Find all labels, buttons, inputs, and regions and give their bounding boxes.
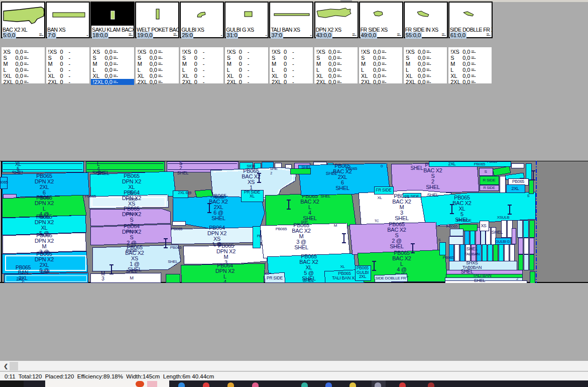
svg-text:2XL: 2XL xyxy=(448,161,455,166)
svg-text:XL: XL xyxy=(340,264,345,269)
svg-text:M: M xyxy=(334,223,337,228)
svg-text:PB065: PB065 xyxy=(171,227,183,231)
svg-text:PB065: PB065 xyxy=(39,215,50,220)
svg-text:FR SIDE: FR SIDE xyxy=(376,187,392,192)
svg-text:2XL: 2XL xyxy=(359,274,367,279)
svg-text:SHEL: SHEL xyxy=(97,170,110,176)
svg-text:PB065: PB065 xyxy=(213,195,224,200)
svg-text:2: 2 xyxy=(516,277,518,280)
svg-text:SIDE: SIDE xyxy=(247,164,255,168)
svg-text:TALI BAN X2: TALI BAN X2 xyxy=(332,275,357,280)
svg-text:SHEL: SHEL xyxy=(303,278,314,283)
svg-text:SHEL: SHEL xyxy=(301,165,312,169)
svg-text:BAN: BAN xyxy=(41,269,50,274)
svg-text:PB065: PB065 xyxy=(85,194,96,199)
svg-text:SHEL: SHEL xyxy=(426,184,440,190)
svg-text:XL: XL xyxy=(377,196,382,200)
svg-text:SHEL: SHEL xyxy=(320,194,331,199)
svg-text:SHP: SHP xyxy=(301,220,308,224)
svg-text:SHEL: SHEL xyxy=(492,230,503,235)
svg-text:PR SIDE: PR SIDE xyxy=(267,275,283,280)
svg-text:TALIBAN: TALIBAN xyxy=(464,252,480,256)
svg-text:S: S xyxy=(527,194,530,198)
svg-text:2XL: 2XL xyxy=(511,186,519,191)
svg-text:PB065: PB065 xyxy=(512,179,525,184)
svg-text:R SIDE: R SIDE xyxy=(483,178,496,182)
svg-text:FR SIDE: FR SIDE xyxy=(404,194,419,199)
svg-text:PB065: PB065 xyxy=(474,162,486,166)
svg-text:1 @: 1 @ xyxy=(213,242,221,247)
svg-text:SHE: SHE xyxy=(270,166,278,171)
svg-text:SHEL: SHEL xyxy=(211,215,225,221)
svg-text:SHEL: SHEL xyxy=(427,192,439,198)
svg-text:GULBI G: GULBI G xyxy=(496,239,510,244)
svg-text:4: 4 xyxy=(223,279,226,283)
svg-text:SHEL: SHEL xyxy=(466,246,478,251)
svg-text:PB065: PB065 xyxy=(170,245,182,250)
svg-text:M: M xyxy=(130,275,133,280)
svg-text:PB065: PB065 xyxy=(346,166,358,171)
svg-text:SIDE DOBLLE FR: SIDE DOBLLE FR xyxy=(375,276,406,280)
svg-text:3: 3 xyxy=(101,276,104,281)
svg-text:SHEL: SHEL xyxy=(335,185,349,191)
svg-text:PB065: PB065 xyxy=(126,212,138,216)
svg-text:XS: XS xyxy=(481,223,487,228)
svg-text:PB065: PB065 xyxy=(487,161,497,163)
svg-text:2: 2 xyxy=(270,171,272,175)
svg-text:PB065: PB065 xyxy=(446,224,458,229)
svg-text:SHEL: SHEL xyxy=(474,278,486,283)
svg-text:TC: TC xyxy=(375,219,379,223)
svg-text:S: S xyxy=(484,169,487,174)
svg-text:R SIDE: R SIDE xyxy=(483,185,495,190)
svg-text:PB065: PB065 xyxy=(276,227,287,231)
svg-text:SHEL: SHEL xyxy=(126,269,138,274)
svg-text:SHEL: SHEL xyxy=(461,269,474,274)
svg-text:SHEL: SHEL xyxy=(395,215,409,221)
svg-text:PB065: PB065 xyxy=(126,248,138,253)
svg-text:2XL 6@: 2XL 6@ xyxy=(178,190,192,195)
svg-text:PB065: PB065 xyxy=(39,250,50,255)
svg-text:PB065: PB065 xyxy=(126,229,138,234)
svg-text:SHEL: SHEL xyxy=(294,244,308,250)
svg-text:PB065: PB065 xyxy=(39,233,50,237)
svg-text:SHEL: SHEL xyxy=(390,243,404,249)
svg-text:2XL: 2XL xyxy=(16,276,24,281)
svg-text:PB065: PB065 xyxy=(39,196,50,200)
svg-text:B065: B065 xyxy=(0,180,9,184)
svg-text:XL: XL xyxy=(250,194,255,199)
svg-text:PB065: PB065 xyxy=(443,255,454,260)
svg-text:PB: PB xyxy=(257,234,262,238)
svg-text:SHEL: SHEL xyxy=(411,165,424,171)
svg-text:SHEL: SHEL xyxy=(168,259,178,264)
svg-text:FR SIDE: FR SIDE xyxy=(456,218,471,223)
svg-text:SHEL: SHEL xyxy=(326,171,337,176)
svg-text:PB065: PB065 xyxy=(126,197,138,202)
svg-text:SHEL: SHEL xyxy=(177,170,189,175)
svg-text:XSULB: XSULB xyxy=(497,215,510,220)
svg-text:S: S xyxy=(438,238,441,242)
svg-text:TALI BAN: TALI BAN xyxy=(473,273,492,278)
